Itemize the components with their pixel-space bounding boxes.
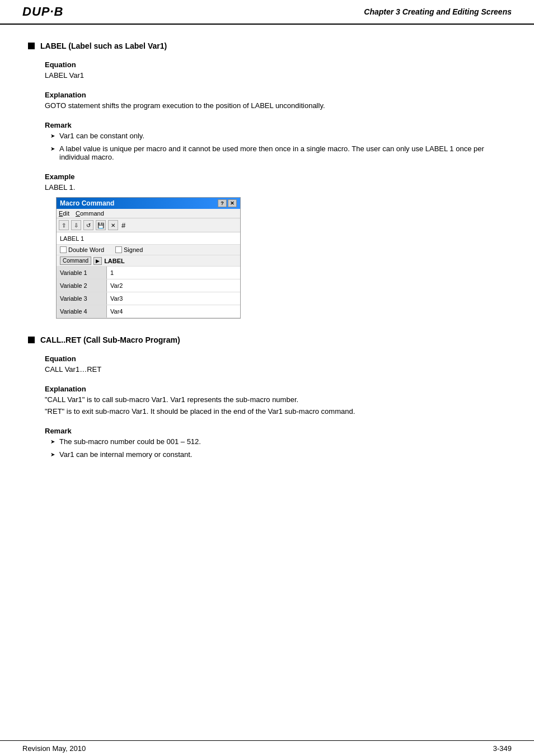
call-remark-section: Remark The sub-macro number could be 001…	[45, 427, 500, 459]
double-word-box	[60, 246, 67, 253]
page-header: DUP·B Chapter 3 Creating and Editing Scr…	[0, 0, 534, 25]
call-equation-label: Equation	[45, 354, 500, 363]
up-icon[interactable]: ⇧	[59, 220, 69, 230]
close-button[interactable]: ✕	[228, 199, 237, 207]
bullet-icon	[28, 337, 35, 343]
command-row: Command ▶ LABEL	[57, 255, 240, 267]
equation-value: LABEL Var1	[45, 71, 500, 80]
call-equation-section: Equation CALL Var1…RET	[45, 354, 500, 374]
dialog-title: Macro Command	[60, 199, 114, 207]
variable3-row: Variable 3 Var3	[57, 292, 240, 305]
chapter-title: Chapter 3 Creating and Editing Screens	[364, 7, 512, 16]
save-icon[interactable]: 💾	[96, 220, 106, 230]
remark-text: Var1 can be constant only.	[59, 132, 144, 140]
label-heading-text: LABEL (Label such as Label Var1)	[40, 41, 167, 50]
refresh-icon[interactable]: ↺	[83, 220, 93, 230]
call-explanation-line2: "RET" is to exit sub-macro Var1. It shou…	[45, 407, 500, 416]
call-explanation-label: Explanation	[45, 385, 500, 393]
example-section: Example LABEL 1. Macro Command ? ✕ Edit …	[45, 172, 500, 319]
remark-section: Remark Var1 can be constant only. A labe…	[45, 121, 500, 161]
menu-edit[interactable]: Edit	[59, 210, 69, 217]
label1-value: LABEL 1	[57, 234, 240, 244]
label-heading: LABEL (Label such as Label Var1)	[28, 41, 500, 50]
bullet-icon	[28, 43, 35, 49]
example-code: LABEL 1.	[45, 183, 500, 192]
variable4-row: Variable 4 Var4	[57, 305, 240, 318]
signed-label: Signed	[124, 246, 143, 253]
menu-command[interactable]: Command	[76, 210, 104, 217]
label1-row: LABEL 1	[57, 232, 240, 245]
command-button[interactable]: Command	[60, 256, 91, 265]
dialog-menubar: Edit Command	[57, 209, 240, 218]
variable3-value: Var3	[107, 294, 240, 303]
page-number: 3-349	[493, 744, 512, 753]
remark-list: Var1 can be constant only. A label value…	[50, 132, 500, 161]
dialog-titlebar: Macro Command ? ✕	[57, 198, 240, 209]
call-remark-text: The sub-macro number could be 001 – 512.	[59, 437, 201, 446]
command-arrow[interactable]: ▶	[93, 257, 102, 265]
remark-item: A label value is unique per macro and it…	[50, 144, 500, 161]
call-equation-value: CALL Var1…RET	[45, 365, 500, 374]
variable1-value: 1	[107, 268, 240, 277]
variable1-label: Variable 1	[57, 267, 107, 279]
dialog-content: LABEL 1 Double Word Signed	[57, 232, 240, 318]
variable2-value: Var2	[107, 281, 240, 290]
logo: DUP·B	[22, 4, 63, 19]
variable1-row: Variable 1 1	[57, 267, 240, 279]
logo-text: DUP·B	[22, 4, 63, 18]
example-label: Example	[45, 172, 500, 181]
dialog-toolbar: ⇧ ⇩ ↺ 💾 ✕ #	[57, 218, 240, 232]
section-label: LABEL (Label such as Label Var1) Equatio…	[34, 41, 500, 319]
signed-box	[115, 246, 122, 253]
call-remark-text: Var1 can be internal memory or constant.	[59, 450, 193, 459]
call-ret-heading-text: CALL..RET (Call Sub-Macro Program)	[40, 335, 180, 344]
remark-text: A label value is unique per macro and it…	[59, 144, 500, 161]
call-remark-item: Var1 can be internal memory or constant.	[50, 450, 500, 459]
signed-checkbox[interactable]: Signed	[115, 246, 143, 253]
call-explanation-line1: "CALL Var1" is to call sub-macro Var1. V…	[45, 395, 500, 404]
double-word-checkbox[interactable]: Double Word	[60, 246, 104, 253]
call-remark-list: The sub-macro number could be 001 – 512.…	[50, 437, 500, 459]
explanation-label: Explanation	[45, 91, 500, 99]
explanation-section: Explanation GOTO statement shifts the pr…	[45, 91, 500, 110]
checkbox-row: Double Word Signed	[57, 245, 240, 255]
variable2-row: Variable 2 Var2	[57, 279, 240, 292]
call-remark-label: Remark	[45, 427, 500, 435]
page-footer: Revision May, 2010 3-349	[0, 740, 534, 756]
hash-icon: #	[121, 221, 125, 230]
remark-label: Remark	[45, 121, 500, 129]
macro-command-dialog: Macro Command ? ✕ Edit Command ⇧ ⇩ ↺ �	[56, 197, 241, 319]
call-explanation-section: Explanation "CALL Var1" is to call sub-m…	[45, 385, 500, 416]
explanation-text: GOTO statement shifts the program execut…	[45, 101, 500, 110]
equation-section: Equation LABEL Var1	[45, 60, 500, 80]
variable2-label: Variable 2	[57, 279, 107, 292]
command-value: LABEL	[104, 258, 125, 264]
double-word-label: Double Word	[68, 246, 104, 253]
call-remark-item: The sub-macro number could be 001 – 512.	[50, 437, 500, 446]
revision-text: Revision May, 2010	[22, 744, 86, 753]
down-icon[interactable]: ⇩	[71, 220, 81, 230]
delete-icon[interactable]: ✕	[108, 220, 118, 230]
remark-item: Var1 can be constant only.	[50, 132, 500, 140]
main-content: LABEL (Label such as Label Var1) Equatio…	[0, 25, 534, 509]
section-call-ret: CALL..RET (Call Sub-Macro Program) Equat…	[34, 335, 500, 459]
variable4-value: Var4	[107, 307, 240, 316]
equation-label: Equation	[45, 60, 500, 69]
call-ret-heading: CALL..RET (Call Sub-Macro Program)	[28, 335, 500, 344]
variable4-label: Variable 4	[57, 305, 107, 318]
titlebar-buttons: ? ✕	[218, 199, 237, 207]
help-button[interactable]: ?	[218, 199, 227, 207]
variable3-label: Variable 3	[57, 292, 107, 305]
